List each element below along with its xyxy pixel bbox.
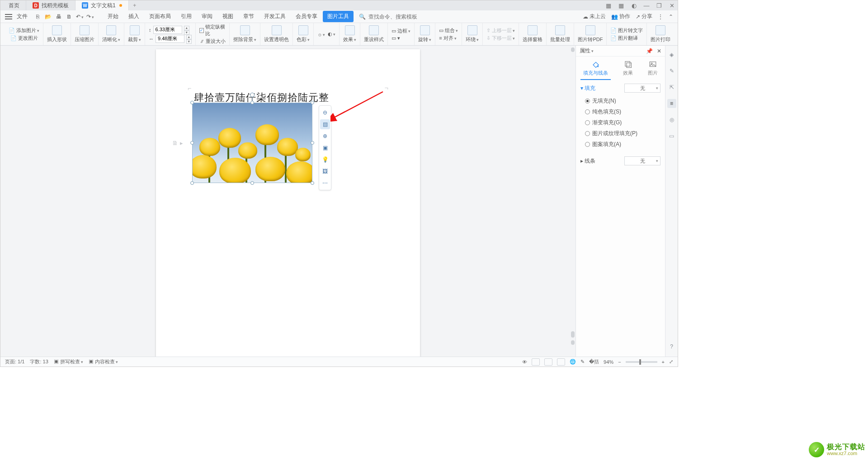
mini-idea-button[interactable]: 💡: [320, 155, 330, 164]
qat-new-icon[interactable]: ⎘: [33, 14, 42, 20]
add-image-button[interactable]: 📄 添加图片: [9, 27, 39, 34]
qat-print-icon[interactable]: 🖶: [54, 14, 63, 20]
fill-gradient-radio[interactable]: 渐变填充(G): [585, 118, 660, 127]
view-mode-3[interactable]: [557, 358, 565, 366]
rgrp-print[interactable]: 图片打印: [647, 23, 674, 45]
panel-tab-image[interactable]: 图片: [645, 59, 660, 80]
status-words[interactable]: 字数: 13: [30, 358, 48, 365]
side-settings-icon[interactable]: ≡: [667, 99, 676, 108]
view-mode-1[interactable]: [532, 358, 540, 366]
brightness-button[interactable]: ☼: [317, 32, 325, 37]
border-button[interactable]: ▭ 边框: [392, 28, 410, 34]
window-close-button[interactable]: ✕: [668, 2, 676, 9]
menu-more-icon[interactable]: ⋮: [658, 14, 663, 20]
tab-home[interactable]: 首页: [2, 0, 26, 10]
zoom-in-button[interactable]: +: [662, 359, 665, 365]
document-canvas[interactable]: ⌐¬ 肆拾壹万陆仟柒佰捌拾陆元整 🗎 ▸: [0, 46, 576, 357]
menu-insert[interactable]: 插入: [124, 11, 144, 22]
view-mode-2[interactable]: [544, 358, 552, 366]
panel-tab-effect[interactable]: 效果: [620, 59, 636, 80]
command-search[interactable]: 🔍: [359, 13, 422, 20]
fill-select[interactable]: 无: [624, 84, 660, 93]
fill-picture-radio[interactable]: 图片或纹理填充(P): [585, 129, 660, 138]
user-avatar-icon[interactable]: ◐: [630, 2, 638, 9]
new-tab-button[interactable]: +: [129, 0, 141, 10]
mini-zoomout-button[interactable]: ⊖: [320, 108, 330, 118]
side-rect-icon[interactable]: ▭: [667, 132, 676, 141]
rotate-handle[interactable]: [250, 93, 255, 97]
rgrp-sharpen[interactable]: 清晰化: [99, 23, 124, 45]
combine-button[interactable]: ▭ 组合: [439, 27, 458, 34]
menu-member[interactable]: 会员专享: [291, 11, 322, 22]
rgrp-transparent[interactable]: 设置透明色: [260, 23, 293, 45]
change-image-button[interactable]: 📄 更改图片: [10, 35, 38, 42]
tab-templates[interactable]: D找稻壳模板: [26, 0, 75, 10]
width-input[interactable]: [156, 35, 184, 43]
mini-zoomin-button[interactable]: ⊕: [320, 131, 330, 141]
status-eye-icon[interactable]: 👁: [522, 359, 527, 365]
fill-solid-radio[interactable]: 纯色填充(S): [585, 107, 660, 117]
apps-icon[interactable]: ▦: [617, 2, 625, 9]
rgrp-topdf[interactable]: 图片转PDF: [574, 23, 607, 45]
status-globe-icon[interactable]: 🌐: [570, 359, 576, 365]
zoom-expand-icon[interactable]: ⤢: [669, 359, 673, 365]
side-pencil-icon[interactable]: ✎: [667, 66, 676, 75]
menu-reference[interactable]: 引用: [176, 11, 196, 22]
menu-collapse-icon[interactable]: ⌃: [669, 14, 673, 20]
collaborate-button[interactable]: 👥 协作: [611, 13, 630, 20]
resize-handle-sw[interactable]: [190, 181, 194, 185]
qat-redo-button[interactable]: ↷: [86, 14, 95, 20]
line-select[interactable]: 无: [624, 156, 660, 165]
panel-tab-fillline[interactable]: 填充与线条: [580, 59, 611, 80]
rgrp-wrap[interactable]: 环绕: [462, 23, 483, 45]
resize-handle-se[interactable]: [311, 181, 314, 185]
mini-layout-button[interactable]: ▤: [320, 119, 330, 129]
vertical-scrollbar[interactable]: [570, 47, 576, 346]
menu-view[interactable]: 视图: [218, 11, 238, 22]
panel-pin-icon[interactable]: 📌: [646, 48, 653, 54]
hamburger-icon[interactable]: [5, 14, 12, 19]
panel-close-icon[interactable]: ✕: [657, 48, 661, 54]
border-gallery-icon[interactable]: ▭ ▾: [392, 35, 400, 41]
resize-handle-s[interactable]: [250, 181, 254, 185]
tab-document[interactable]: W文字文稿1: [75, 0, 129, 10]
status-page[interactable]: 页面: 1/1: [5, 358, 24, 365]
search-input[interactable]: [368, 13, 422, 20]
resize-handle-ne[interactable]: [311, 101, 314, 104]
resize-handle-w[interactable]: [190, 141, 194, 145]
status-contentcheck[interactable]: ▣ 内容检查: [89, 358, 118, 365]
menu-start[interactable]: 开始: [103, 11, 123, 22]
window-minimize-button[interactable]: —: [642, 2, 651, 9]
zoom-slider[interactable]: [626, 361, 657, 363]
resize-handle-e[interactable]: [311, 141, 314, 145]
zoom-fit-icon[interactable]: �括: [589, 358, 599, 365]
cloud-status[interactable]: ☁ 未上云: [583, 13, 606, 20]
side-select-icon[interactable]: ⇱: [667, 83, 676, 92]
qat-open-icon[interactable]: 📂: [43, 14, 52, 20]
rgrp-batch[interactable]: 批量处理: [547, 23, 574, 45]
qat-undo-button[interactable]: ↶: [75, 14, 84, 20]
fill-pattern-radio[interactable]: 图案填充(A): [585, 140, 660, 149]
fill-section-toggle[interactable]: ▾ 填充: [580, 85, 595, 92]
menu-review[interactable]: 审阅: [197, 11, 217, 22]
height-input[interactable]: [153, 26, 182, 34]
side-diamond-icon[interactable]: ◈: [667, 50, 676, 59]
side-help-icon[interactable]: ?: [667, 342, 676, 351]
width-stepper[interactable]: ▴▾: [186, 35, 192, 43]
selected-image[interactable]: [192, 103, 312, 183]
rgrp-insertshape[interactable]: 插入形状: [43, 23, 71, 45]
menu-devtools[interactable]: 开发工具: [259, 11, 290, 22]
resize-handle-n[interactable]: [250, 101, 254, 104]
rgrp-compress[interactable]: 压缩图片: [71, 23, 99, 45]
share-button[interactable]: ↗ 分享: [636, 13, 652, 20]
contrast-button[interactable]: ◐: [328, 31, 335, 37]
file-menu[interactable]: 文件: [17, 13, 28, 20]
rgrp-resetstyle[interactable]: 重设样式: [360, 23, 388, 45]
mini-crop-button[interactable]: ▣: [320, 143, 330, 153]
side-target-icon[interactable]: ◎: [667, 115, 676, 124]
rgrp-removebg[interactable]: 抠除背景: [230, 23, 260, 45]
move-up-button[interactable]: ⇧ 上移一层: [486, 27, 515, 34]
menu-pagelayout[interactable]: 页面布局: [145, 11, 175, 22]
resize-handle-nw[interactable]: [190, 101, 194, 104]
zoom-out-button[interactable]: −: [618, 359, 621, 365]
